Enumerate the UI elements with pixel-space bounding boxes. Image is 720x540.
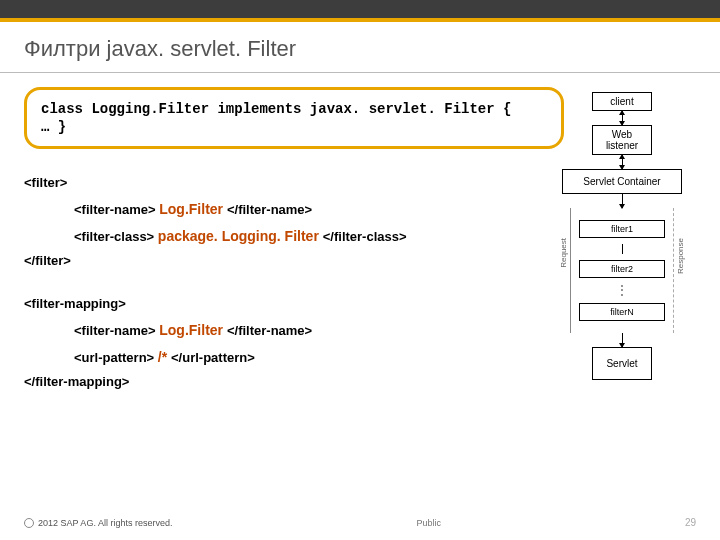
divider bbox=[0, 72, 720, 73]
filter-class-close: </filter-class> bbox=[323, 229, 407, 244]
code-line-1: class Logging.Filter implements javax. s… bbox=[41, 101, 511, 117]
connector-icon bbox=[552, 155, 692, 169]
mapping-name-close: </filter-name> bbox=[227, 323, 312, 338]
filter-name-value: Log.Filter bbox=[159, 201, 227, 217]
page-number: 29 bbox=[685, 517, 696, 528]
filter-class-open: <filter-class> bbox=[74, 229, 158, 244]
ellipsis-icon: ⋮ bbox=[571, 284, 673, 297]
servlet-container-box: Servlet Container bbox=[562, 169, 682, 194]
connector-icon bbox=[552, 194, 692, 208]
url-pattern-open: <url-pattern> bbox=[74, 350, 158, 365]
brand-bar bbox=[0, 0, 720, 22]
request-label: Request bbox=[559, 238, 568, 268]
filter2-box: filter2 bbox=[579, 260, 665, 278]
mapping-name-open: <filter-name> bbox=[74, 323, 159, 338]
code-line-2: … } bbox=[41, 119, 66, 135]
code-snippet: class Logging.Filter implements javax. s… bbox=[24, 87, 564, 149]
url-pattern-close: </url-pattern> bbox=[171, 350, 255, 365]
copyright-icon bbox=[24, 518, 34, 528]
filter-class-value: package. Logging. Filter bbox=[158, 228, 323, 244]
footer: 2012 SAP AG. All rights reserved. Public… bbox=[24, 517, 696, 528]
connector-icon bbox=[552, 111, 692, 125]
classification-label: Public bbox=[416, 518, 441, 528]
filter-chain: Request Response filter1 filter2 ⋮ filte… bbox=[570, 208, 674, 333]
page-title: Филтри javax. servlet. Filter bbox=[0, 22, 720, 72]
architecture-diagram: client Web listener Servlet Container Re… bbox=[552, 92, 692, 380]
copyright-text: 2012 SAP AG. All rights reserved. bbox=[38, 518, 172, 528]
mapping-name-value: Log.Filter bbox=[159, 322, 227, 338]
connector-icon bbox=[552, 333, 692, 347]
response-label: Response bbox=[676, 238, 685, 274]
filter-name-open: <filter-name> bbox=[74, 202, 159, 217]
client-box: client bbox=[592, 92, 652, 111]
filter-name-close: </filter-name> bbox=[227, 202, 312, 217]
filterN-box: filterN bbox=[579, 303, 665, 321]
servlet-box: Servlet bbox=[592, 347, 652, 380]
connector-icon bbox=[571, 244, 673, 254]
url-pattern-value: /* bbox=[158, 349, 171, 365]
web-listener-box: Web listener bbox=[592, 125, 652, 155]
filter1-box: filter1 bbox=[579, 220, 665, 238]
